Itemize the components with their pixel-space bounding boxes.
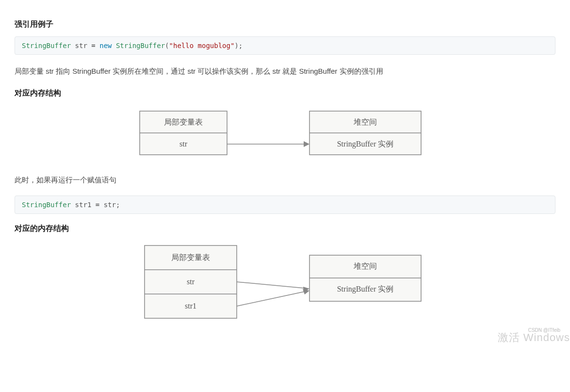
code-token-class: StringBuffer [22, 42, 71, 49]
svg-line-13 [237, 292, 305, 306]
svg-marker-14 [303, 289, 309, 294]
code-token-var: str1 [75, 201, 92, 209]
diagram-2: 局部变量表 str str1 堆空间 StringBuffer 实例 [15, 241, 555, 328]
diagram1-left-cell: str [179, 140, 188, 148]
diagram2-left-cell2: str1 [185, 302, 196, 310]
diagram2-left-header: 局部变量表 [171, 253, 210, 261]
svg-line-11 [237, 282, 305, 288]
code-token-class: StringBuffer [116, 42, 165, 49]
code-token-eq: = [96, 201, 99, 209]
paragraph-explain-1: 局部变量 str 指向 StringBuffer 实例所在堆空间，通过 str … [15, 65, 555, 79]
code-token-keyword: new [99, 42, 112, 49]
svg-marker-5 [304, 141, 309, 147]
diagram2-right-header: 堆空间 [353, 262, 377, 270]
heading-memory-structure-1: 对应内存结构 [15, 88, 555, 98]
code-token-class: StringBuffer [22, 201, 71, 209]
code-block-1: StringBuffer str = new StringBuffer("hel… [15, 36, 555, 55]
code-token-paren: ); [234, 42, 243, 49]
diagram1-right-cell: StringBuffer 实例 [337, 140, 393, 148]
diagram-1: 局部变量表 str 堆空间 StringBuffer 实例 [15, 105, 555, 163]
activate-windows-watermark: 激活 Windows [498, 330, 570, 345]
paragraph-explain-2: 此时，如果再运行一个赋值语句 [15, 173, 555, 187]
diagram1-right-header: 堆空间 [353, 118, 377, 126]
diagram2-right-cell: StringBuffer 实例 [337, 285, 393, 294]
code-block-2: StringBuffer str1 = str; [15, 196, 555, 214]
code-token-eq: = [91, 42, 95, 49]
diagram1-left-header: 局部变量表 [164, 118, 203, 126]
code-token-string: "hello mogublog" [169, 42, 235, 49]
heading-memory-structure-2: 对应的内存结构 [15, 224, 555, 234]
diagram2-left-cell1: str [187, 278, 195, 286]
code-token-var: str [75, 42, 87, 49]
code-token-rhs: str; [104, 201, 120, 209]
heading-strong-ref-example: 强引用例子 [15, 19, 555, 30]
code-token-paren: ( [165, 42, 169, 49]
